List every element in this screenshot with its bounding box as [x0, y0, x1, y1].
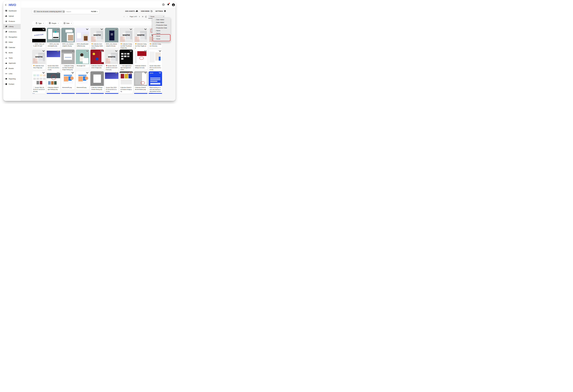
- sidebar-item-brands[interactable]: Brands: [3, 66, 21, 71]
- asset-card-collection-detail-page-settings-png[interactable]: Collection-Detail-Page-Settings.png: [47, 71, 60, 91]
- sort-option-name[interactable]: ↓ Name: [152, 29, 171, 32]
- asset-chevron-down-icon[interactable]: [130, 72, 132, 74]
- refresh-icon[interactable]: [145, 16, 147, 18]
- asset-chevron-down-icon[interactable]: [57, 29, 59, 30]
- add-assets-button[interactable]: ADD ASSETS: [125, 10, 138, 13]
- search-bar[interactable]: "show me all assets containing tag demo"…: [32, 9, 99, 14]
- sidebar-item-editor[interactable]: Editor: [3, 40, 21, 45]
- asset-chevron-down-icon[interactable]: [57, 50, 59, 52]
- asset-chevron-down-icon[interactable]: [115, 29, 118, 30]
- asset-card-elements05-png[interactable]: Elements05.png: [61, 71, 75, 89]
- sidebar-item-upload[interactable]: Upload: [3, 14, 21, 19]
- asset-card-collection-detail-edit-info-button-png[interactable]: Collection-Detail-Edit-Info-Button.png: [134, 71, 147, 91]
- asset-card-collection-detail-settings-icon-png[interactable]: Collection-Detail-Settings-Icon.png: [134, 50, 147, 70]
- asset-card-screen-shot-2023-10-27-at-8-20-15-am-png[interactable]: Screen Shot 2023-10-27 at 8.20.15 am.png: [32, 71, 46, 93]
- sidebar-item-approvals[interactable]: Approvals: [3, 61, 21, 66]
- sort-option-date-added[interactable]: ↑ Date Added: [152, 21, 171, 24]
- asset-card-screen-shot-2023-07-24-at-8-00-12-pm-png[interactable]: Screen Shot 2023-07-24 at 8.00.12 pm.png: [105, 71, 118, 93]
- sort-option-name[interactable]: ↑ Name: [152, 32, 171, 35]
- asset-chevron-down-icon[interactable]: [42, 29, 45, 30]
- asset-card-collection-category-view-toggle-png[interactable]: SENSITIVE?Collection-Category-View-Toggl…: [134, 28, 147, 50]
- sort-option-score[interactable]: ✓↑ Score: [152, 37, 171, 40]
- asset-chevron-down-icon[interactable]: [72, 29, 74, 30]
- asset-card-collection-category-edit-thumbnail-image[interactable]: Collection-Category-Edit-Thumbnail-Image…: [61, 50, 75, 71]
- asset-card-screen-shot-2023-09-11-at-10-13-58-am-pn[interactable]: SENSITIVExScreen Shot 2023-09-11 at 10.1…: [105, 50, 118, 71]
- sidebar-item-tasks[interactable]: Tasks: [3, 55, 21, 61]
- view-mode-button[interactable]: VIEW MODE: [141, 10, 153, 13]
- sort-option-production-date[interactable]: ↑ Production Date: [152, 26, 171, 29]
- asset-chevron-down-icon[interactable]: [57, 72, 59, 74]
- asset-chevron-down-icon[interactable]: [159, 72, 161, 74]
- sidebar-item-calendar[interactable]: Calendar: [3, 45, 21, 50]
- asset-chevron-down-icon[interactable]: [159, 50, 161, 52]
- sidebar-item-links[interactable]: Links: [3, 71, 21, 76]
- sidebar-item-contact[interactable]: ?Contact: [3, 82, 21, 87]
- filter-pill-people[interactable]: People▾: [47, 21, 60, 25]
- first-page-button[interactable]: [123, 16, 125, 17]
- sort-option-score[interactable]: ↓ Score: [152, 35, 171, 37]
- filter-pill-date[interactable]: 12Date▾: [62, 21, 73, 25]
- sidebar-item-library[interactable]: Library: [3, 24, 21, 29]
- asset-chevron-down-icon[interactable]: [130, 50, 132, 52]
- sidebar-item-reporting[interactable]: Reporting: [3, 76, 21, 82]
- sort-option-date-added[interactable]: ↓ Date Added: [152, 18, 171, 21]
- asset-chevron-down-icon[interactable]: [144, 29, 147, 30]
- asset-chevron-down-icon[interactable]: [42, 50, 45, 52]
- asset-card-hivo-cms-featuresnippets-5-png[interactable]: HIVO_cms_featuresnippets (5).png: [105, 28, 118, 48]
- thumb-logo-text: HIVO: [150, 72, 153, 74]
- next-page-button[interactable]: [139, 16, 140, 17]
- sidebar-item-briefs[interactable]: Briefs: [3, 50, 21, 55]
- asset-chevron-down-icon[interactable]: [130, 29, 132, 30]
- history-icon[interactable]: [162, 3, 165, 6]
- asset-thumbnail: [76, 71, 89, 86]
- sidebar-item-collections[interactable]: Collections: [3, 29, 21, 34]
- search-placeholder[interactable]: Search: [66, 11, 71, 13]
- asset-chevron-down-icon[interactable]: [144, 72, 147, 74]
- partial-card-top: [120, 93, 133, 94]
- asset-chevron-down-icon[interactable]: [72, 72, 74, 74]
- settings-button[interactable]: SETTINGS: [155, 10, 166, 13]
- asset-thumbnail: [76, 28, 89, 42]
- asset-card-hivo-cms-featuresnippets-png[interactable]: HIVO_cms_featuresnippets.png: [47, 28, 60, 48]
- sidebar-item-dashboard[interactable]: Dashboard: [3, 8, 21, 14]
- avatar[interactable]: [172, 3, 175, 6]
- asset-card-screen-shot-2023-12-11-at-10-14-03-am-pn[interactable]: Screen Shot 2023-12-11 at 10.14.03 am.pn…: [47, 50, 60, 71]
- asset-chevron-down-icon[interactable]: [115, 50, 118, 52]
- asset-chevron-down-icon[interactable]: [86, 72, 89, 74]
- asset-card-collection-detail-banner-image-png[interactable]: Collection-Detail-Banner-Image.png: [90, 50, 104, 70]
- asset-card-watermarking-an-asset-and-sharing-waterm[interactable]: HIVOWatermarking an asset and sharing wa…: [149, 71, 162, 95]
- asset-chevron-down-icon[interactable]: [86, 29, 89, 30]
- asset-card-hivo-approval-page-management-webm[interactable]: hivo-approval-page-management.webm: [120, 50, 133, 71]
- filter-button[interactable]: FILTER: [91, 11, 96, 12]
- asset-card-rectangle-515[interactable]: Rectangle 515: [76, 50, 89, 68]
- asset-card-elements20-png[interactable]: Elements20.png: [76, 71, 89, 89]
- asset-chevron-down-icon[interactable]: [115, 72, 118, 74]
- asset-card-collection-detail-set-feature-image-png[interactable]: Collection-Detail-Set-Feature-Image.png: [120, 71, 133, 93]
- chip-close-icon[interactable]: ×: [63, 11, 65, 13]
- asset-card-screen-shot-2023-09-11-at-10-21-02-am-pn[interactable]: Screen Shot 2023-09-11 at 10.21.02 am.pn…: [149, 50, 162, 71]
- prev-page-button[interactable]: [126, 16, 128, 17]
- asset-card-collection-category-edit-thumbnail-image[interactable]: SENSITIVE?Collection-Category-Edit-Thumb…: [120, 28, 133, 50]
- asset-chevron-down-icon[interactable]: [144, 50, 147, 52]
- thumb-overlay-text: OVERVIEW: [32, 34, 46, 36]
- asset-chevron-down-icon[interactable]: [72, 50, 74, 52]
- asset-chevron-down-icon[interactable]: [86, 50, 89, 52]
- asset-chevron-down-icon[interactable]: [101, 50, 103, 52]
- asset-card-hivo-cms-featuresnippets-4-png[interactable]: HIVO_cms_featuresnippets (4).png: [61, 28, 75, 48]
- asset-chevron-down-icon[interactable]: [42, 72, 45, 74]
- bell-icon[interactable]: [167, 3, 170, 6]
- asset-card-hivo-intro-v09-with-vo-mp4[interactable]: OVERVIEWHIVO - Intro_v09_with VO.mp4: [32, 28, 46, 48]
- sort-option-production-date[interactable]: ↓ Production Date: [152, 24, 171, 26]
- asset-chevron-down-icon[interactable]: [101, 29, 103, 30]
- asset-card-collection-summary-page-png[interactable]: SENSITIVE?Collection-Summary-Page.png: [32, 50, 46, 70]
- last-page-button[interactable]: [142, 16, 143, 17]
- sidebar-item-products[interactable]: Products: [3, 19, 21, 24]
- sidebar-item-recognition[interactable]: Recognition: [3, 34, 21, 40]
- back-button[interactable]: [5, 4, 7, 6]
- asset-card-hivo-brandguidelinebanner-png[interactable]: HIVO_BrandGuidelineBanner.png: [76, 28, 89, 48]
- asset-card-collection-settings-details-dialog-png[interactable]: Collection-Settings-Details-Dialog.png: [90, 71, 104, 91]
- asset-chevron-down-icon[interactable]: [101, 72, 103, 74]
- asset-card-collection-summary-display-settings-png[interactable]: SENSITIVE?Collection-Summary-Display-Set…: [90, 28, 104, 50]
- filter-pill-type[interactable]: Type▾: [34, 21, 45, 25]
- search-tag-chip[interactable]: "show me all assets containing tag demo"…: [33, 10, 65, 13]
